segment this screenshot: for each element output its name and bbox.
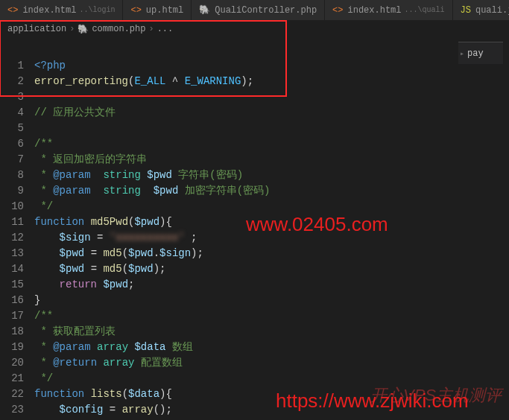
tab-up[interactable]: <> up.html [123, 0, 192, 20]
tab-qualicontroller[interactable]: 🐘 QualiController.php [192, 0, 325, 20]
chevron-right-icon: › [69, 24, 75, 34]
tab-label: index.html [22, 5, 76, 16]
html-icon: <> [332, 5, 343, 16]
tab-sublabel: ...\quali [405, 6, 445, 14]
php-icon: 🐘 [199, 4, 210, 16]
breadcrumb[interactable]: application › 🐘 common.php › ... [0, 21, 509, 37]
tab-bar: <> index.html ..\login <> up.html 🐘 Qual… [0, 0, 509, 21]
chevron-right-icon: › [148, 24, 154, 34]
tab-label: index.html [348, 5, 402, 16]
breadcrumb-segment: ... [157, 24, 174, 34]
tab-sublabel: ..\login [79, 6, 115, 14]
html-icon: <> [130, 5, 141, 16]
tab-label: up.html [146, 5, 183, 16]
php-open-tag: <?php [34, 60, 66, 71]
breadcrumb-segment: common.php [92, 24, 145, 34]
line-gutter: 1234 5678 9101112 13141516 17181920 2122… [0, 37, 34, 420]
code-content[interactable]: <?php error_reporting(E_ALL ^ E_WARNING)… [34, 37, 509, 420]
code-editor[interactable]: 1234 5678 9101112 13141516 17181920 2122… [0, 37, 509, 420]
tab-index-quali[interactable]: <> index.html ...\quali [325, 0, 452, 20]
js-icon: JS [461, 5, 471, 16]
tab-label: QualiController.php [215, 5, 317, 16]
php-icon: 🐘 [78, 24, 89, 35]
breadcrumb-segment: application [7, 24, 66, 34]
tab-index-login[interactable]: <> index.html ..\login [0, 0, 123, 20]
html-icon: <> [7, 5, 18, 16]
tab-qualijs[interactable]: JS quali.js [453, 0, 509, 20]
tab-label: quali.js [475, 5, 509, 16]
